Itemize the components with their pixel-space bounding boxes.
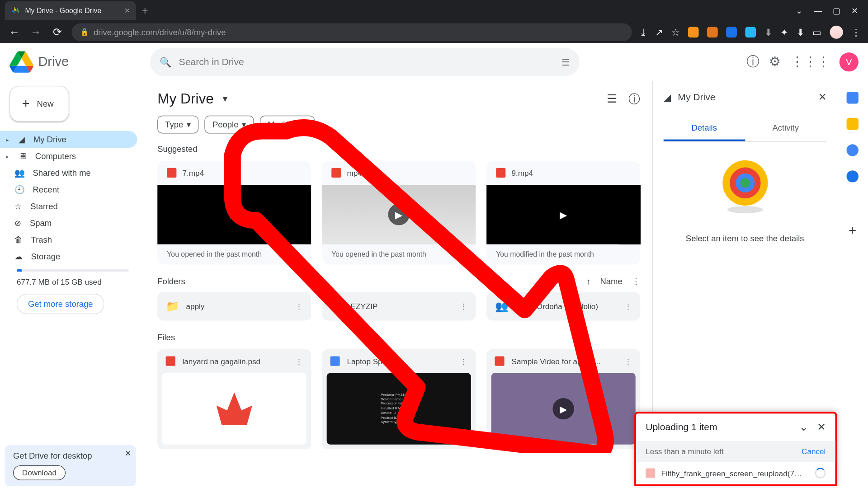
promo-title: Get Drive for desktop [13,451,127,460]
close-window-icon[interactable]: ✕ [851,6,859,15]
nav-shared[interactable]: 👥Shared with me [0,164,137,181]
profile-avatar[interactable] [830,26,843,39]
filter-modified[interactable]: Modified▾ [260,116,315,134]
downloads-icon[interactable]: ⬇ [797,27,804,38]
trash-icon: 🗑 [14,235,23,244]
folder-item[interactable]: 📁EZYZIP⋮ [322,292,476,320]
metamask-icon[interactable] [707,27,718,38]
details-illustration [715,156,775,216]
extension-icon[interactable] [688,27,699,38]
sort-direction-icon[interactable]: ↑ [586,277,590,286]
minimize-icon[interactable]: ― [814,6,822,15]
nav-computers[interactable]: ▸🖥Computers [0,148,137,164]
back-button[interactable]: ← [7,26,22,38]
extension-icon[interactable] [726,27,737,38]
filter-type[interactable]: Type▾ [157,116,198,134]
search-options-icon[interactable]: ☰ [561,56,570,68]
extensions-icon[interactable]: ✦ [780,27,788,38]
share-icon[interactable]: ↗ [655,27,663,38]
suggested-card[interactable]: 7.mp4 ▶ You opened in the past month [157,161,311,264]
forward-button[interactable]: → [28,26,43,38]
more-icon[interactable]: ⋮ [460,357,467,366]
tab-activity[interactable]: Activity [745,116,826,141]
get-storage-button[interactable]: Get more storage [17,294,104,314]
chevron-down-icon: ▾ [303,120,307,129]
suggested-label: Suggested [157,144,640,154]
tab-details[interactable]: Details [664,116,745,141]
contacts-icon[interactable] [847,170,859,182]
details-hint: Select an item to see the details [664,234,826,243]
tab-close-icon[interactable]: × [124,5,130,16]
drive-favicon-icon [11,6,20,15]
tasks-icon[interactable] [847,144,859,156]
suggested-card[interactable]: mp4 ▶ You opened in the past month [322,161,476,264]
nav-recent[interactable]: 🕘Recent [0,181,137,198]
sort-button[interactable]: Name [600,277,622,286]
search-input[interactable] [179,56,555,67]
nav-trash[interactable]: 🗑Trash [0,231,137,248]
chevron-down-icon[interactable]: ⌄ [799,421,808,434]
more-icon[interactable]: ⋮ [624,357,632,366]
info-icon[interactable]: ⓘ [628,91,640,107]
more-icon[interactable]: ⋮ [295,357,303,366]
file-item[interactable]: Sample Video for applic…⋮ ▶ [486,349,640,450]
chevron-right-icon: ▸ [6,153,9,160]
apps-grid-icon[interactable]: ⋮⋮⋮ [791,54,830,70]
chevron-down-icon[interactable]: ▼ [221,94,229,103]
chevron-down-icon[interactable]: ⌄ [796,6,803,15]
download-status-icon[interactable]: ⬇ [764,27,772,38]
reading-list-icon[interactable]: ▭ [812,27,821,38]
nav-storage[interactable]: ☁Storage [0,248,137,265]
account-avatar[interactable]: V [840,52,859,71]
file-item[interactable]: lanyard na gagalin.psd⋮ [157,349,311,450]
folders-label: Folders [157,277,185,286]
cancel-button[interactable]: Cancel [802,447,826,456]
nav-spam[interactable]: ⊘Spam [0,215,137,231]
folder-icon: 📁 [330,300,344,313]
close-icon[interactable]: ✕ [817,421,826,434]
filter-people[interactable]: People▾ [205,116,254,134]
new-button[interactable]: + New [9,86,69,122]
file-item[interactable]: Laptop Specs⋮ Predator PH315-53Device na… [322,349,476,450]
video-icon [646,468,655,478]
maximize-icon[interactable]: ▢ [833,6,840,15]
more-icon[interactable]: ⋮ [624,302,632,311]
more-icon[interactable]: ⋮ [460,302,467,311]
add-app-icon[interactable]: + [849,223,856,238]
new-tab-button[interactable]: + [136,5,154,17]
suggested-card[interactable]: 9.mp4 ▶ You modified in the past month [486,161,640,264]
more-icon[interactable]: ⋮ [632,277,640,286]
nav-my-drive[interactable]: ▸◢My Drive [0,131,137,148]
folder-item[interactable]: 👥Vince Ordoña (Portfolio)⋮ [486,292,640,320]
search-box[interactable]: 🔍 ☰ [150,47,579,76]
settings-icon[interactable]: ⚙ [769,54,781,70]
keep-icon[interactable] [847,118,859,130]
list-view-icon[interactable]: ☰ [607,91,618,107]
install-icon[interactable]: ⤓ [639,27,647,38]
folder-item[interactable]: 📁apply⋮ [157,292,311,320]
browser-tab[interactable]: My Drive - Google Drive × [5,1,136,20]
upload-filename: Filthy_frank_green_screen_reupload(7… [661,469,802,478]
folder-icon: 📁 [166,300,179,313]
menu-icon[interactable]: ⋮ [851,27,861,38]
drive-logo[interactable]: Drive [9,50,146,74]
upload-item: Filthy_frank_green_screen_reupload(7… [636,462,835,484]
reload-button[interactable]: ⟳ [50,26,65,39]
extension-icon[interactable] [745,27,756,38]
close-icon[interactable]: × [819,89,826,105]
upload-toast: Uploading 1 item ⌄ ✕ Less than a minute … [634,412,837,486]
play-icon: ▶ [388,204,409,225]
plus-icon: + [22,96,30,111]
download-button[interactable]: Download [13,465,66,480]
help-icon[interactable]: ⓘ [746,53,760,71]
chevron-down-icon: ▾ [187,120,191,129]
address-bar[interactable]: 🔒 drive.google.com/drive/u/8/my-drive [71,23,632,41]
close-icon[interactable]: × [125,447,131,460]
nav-starred[interactable]: ☆Starred [0,198,137,215]
video-thumbnail: ▶ [322,185,476,244]
bookmark-icon[interactable]: ☆ [671,27,679,38]
more-icon[interactable]: ⋮ [295,302,303,311]
star-icon: ☆ [14,202,22,211]
file-thumbnail [162,373,307,445]
calendar-icon[interactable] [847,92,859,103]
